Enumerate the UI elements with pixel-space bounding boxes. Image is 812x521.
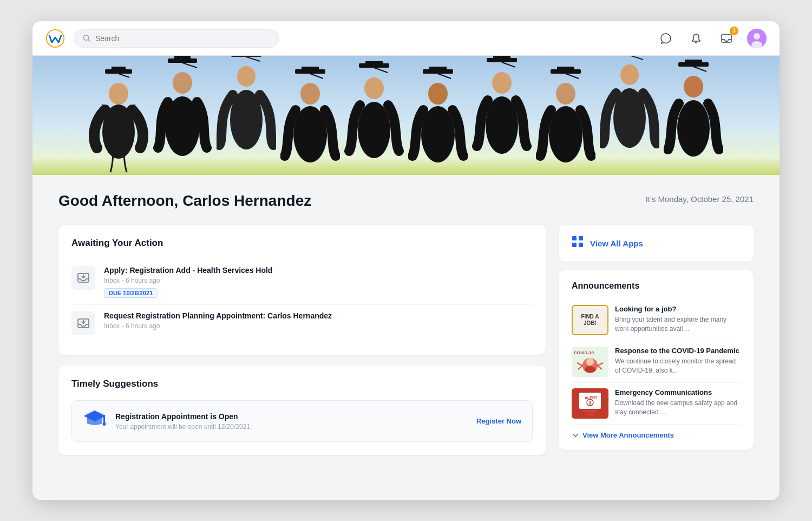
svg-point-73 <box>586 358 594 366</box>
announcement-body-2: Response to the COVID-19 Pandemic We con… <box>615 347 741 377</box>
svg-point-11 <box>102 105 135 159</box>
action-icon-2 <box>71 311 95 335</box>
bell-button[interactable] <box>686 29 706 48</box>
action-icon-1 <box>71 266 95 290</box>
search-bar[interactable] <box>74 29 279 48</box>
announcement-desc-2: We continue to closely monitor the sprea… <box>615 357 741 375</box>
announcements-card: Announcements FIND AJOB! Looking for a j… <box>559 270 754 450</box>
left-column: Awaiting Your Action Apply: Registrat <box>58 225 546 455</box>
view-more-label: View More Announcements <box>582 431 674 439</box>
svg-rect-54 <box>685 60 702 63</box>
logo <box>45 29 65 48</box>
svg-point-72 <box>585 366 595 373</box>
inbox-tray-icon-2 <box>77 317 90 330</box>
covid-thumb-image: COVID-19 <box>572 347 608 377</box>
action-subtitle-1: Inbox - 6 hours ago <box>104 277 533 284</box>
svg-point-27 <box>364 77 384 99</box>
svg-rect-65 <box>572 236 577 240</box>
awaiting-action-card: Awaiting Your Action Apply: Registrat <box>58 225 546 355</box>
svg-point-22 <box>300 83 320 105</box>
date-text: It's Monday, October 25, 2021 <box>646 194 754 204</box>
svg-rect-9 <box>112 67 126 70</box>
content-header: Good Afternoon, Carlos Hernandez It's Mo… <box>58 192 754 210</box>
right-column: View All Apps Announcements FIND AJOB! L <box>559 225 754 455</box>
suggestion-subtitle-1: Your appointment will be open until 12/2… <box>115 423 468 431</box>
due-badge-1: DUE 10/26/2021 <box>104 288 158 298</box>
inbox-button[interactable]: 3 <box>717 29 736 48</box>
svg-point-52 <box>684 76 703 97</box>
announcement-item-2[interactable]: COVID-19 Response to the C <box>572 341 741 383</box>
announcement-title-2: Response to the COVID-19 Pandemic <box>615 347 741 355</box>
grad-figure-4 <box>280 67 340 175</box>
svg-rect-29 <box>365 61 383 64</box>
announcement-body-1: Looking for a job? Bring your talent and… <box>615 305 741 335</box>
chevron-down-icon <box>572 432 579 439</box>
svg-rect-43 <box>551 69 581 74</box>
svg-rect-14 <box>174 56 191 59</box>
svg-point-7 <box>109 83 128 105</box>
awaiting-action-title: Awaiting Your Action <box>71 238 533 249</box>
announcement-thumb-emergency: ALERT <box>572 388 608 419</box>
svg-point-31 <box>358 102 390 158</box>
emergency-thumb-image: ALERT <box>572 388 608 419</box>
svg-line-25 <box>310 74 323 79</box>
search-icon <box>83 34 91 43</box>
svg-rect-66 <box>579 236 583 240</box>
svg-rect-63 <box>103 415 105 424</box>
action-subtitle-2: Inbox - 6 hours ago <box>104 322 533 330</box>
svg-rect-68 <box>579 243 583 247</box>
timely-suggestions-title: Timely Suggestions <box>71 379 533 389</box>
hero-banner <box>32 56 780 175</box>
svg-line-40 <box>502 62 515 67</box>
svg-point-46 <box>549 106 582 162</box>
view-more-announcements-link[interactable]: View More Announcements <box>572 431 741 439</box>
svg-line-2 <box>88 40 90 41</box>
chat-button[interactable] <box>656 29 676 48</box>
announcement-title-3: Emergency Communications <box>615 388 741 396</box>
suggestion-item-1[interactable]: Registration Appointment is Open Your ap… <box>71 400 533 442</box>
announcement-thumb-job: FIND AJOB! <box>572 305 608 335</box>
svg-point-37 <box>492 72 512 94</box>
announcement-body-3: Emergency Communications Download the ne… <box>615 388 741 419</box>
graduates-row <box>32 58 780 175</box>
search-input[interactable] <box>95 34 270 43</box>
grad-figure-8 <box>536 67 595 175</box>
svg-rect-23 <box>295 69 325 74</box>
svg-point-64 <box>103 422 106 426</box>
announcement-desc-3: Download the new campus safety app and s… <box>615 399 741 417</box>
chat-icon <box>660 32 672 44</box>
announcement-item-3[interactable]: ALERT Emergency Communications Download … <box>572 383 741 425</box>
action-info-2: Request Registration Planning Appointmen… <box>104 311 533 333</box>
inbox-badge: 3 <box>730 27 738 35</box>
svg-rect-67 <box>572 243 577 247</box>
view-all-apps-card[interactable]: View All Apps <box>559 225 754 262</box>
app-window: 3 <box>32 21 780 500</box>
main-content: Good Afternoon, Carlos Hernandez It's Mo… <box>32 175 780 500</box>
announcement-desc-1: Bring your talent and explore the many w… <box>615 315 741 334</box>
grad-figure-1 <box>89 67 148 175</box>
svg-line-50 <box>630 56 643 60</box>
svg-point-12 <box>173 72 192 94</box>
svg-point-56 <box>677 100 710 157</box>
svg-line-35 <box>438 74 451 79</box>
svg-rect-13 <box>168 58 197 63</box>
svg-rect-8 <box>105 69 132 74</box>
svg-text:COVID-19: COVID-19 <box>574 350 594 355</box>
nav-icons: 3 <box>656 29 767 48</box>
top-nav: 3 <box>32 21 780 56</box>
svg-point-32 <box>428 83 448 105</box>
action-title-2: Request Registration Planning Appointmen… <box>104 311 533 320</box>
timely-suggestions-card: Timely Suggestions Re <box>58 366 546 455</box>
apps-grid-icon <box>572 236 584 251</box>
svg-point-5 <box>754 33 760 40</box>
action-item-1[interactable]: Apply: Registration Add - Health Service… <box>71 259 533 305</box>
action-item-2[interactable]: Request Registration Planning Appointmen… <box>71 305 533 342</box>
announcement-item-1[interactable]: FIND AJOB! Looking for a job? Bring your… <box>572 299 741 341</box>
avatar[interactable] <box>747 29 767 48</box>
svg-rect-39 <box>493 56 510 59</box>
svg-point-42 <box>556 83 575 105</box>
grad-figure-9 <box>600 56 659 165</box>
svg-line-30 <box>374 68 388 73</box>
svg-line-10 <box>119 74 129 77</box>
register-now-button[interactable]: Register Now <box>476 417 521 425</box>
